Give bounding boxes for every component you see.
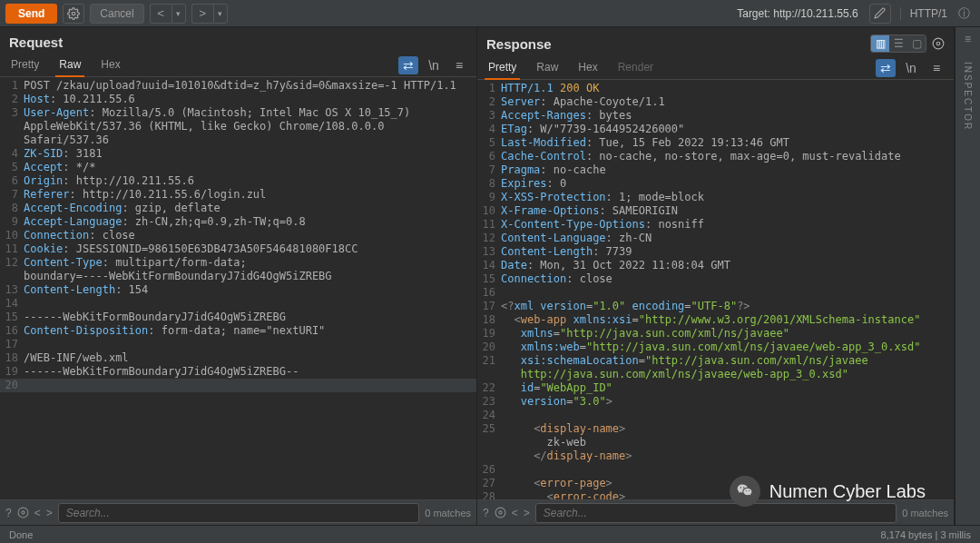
cancel-button[interactable]: Cancel bbox=[90, 4, 143, 24]
action-convert-icon[interactable]: ⇄ bbox=[876, 59, 896, 77]
code-line[interactable]: 15Connection: close bbox=[477, 272, 954, 286]
search-next-icon[interactable]: > bbox=[524, 507, 530, 519]
settings-icon[interactable] bbox=[17, 507, 29, 518]
code-line[interactable]: 2Host: 10.211.55.6 bbox=[0, 93, 476, 106]
code-line[interactable]: 26 bbox=[477, 463, 954, 477]
code-line[interactable]: 13Content-Length: 7739 bbox=[477, 245, 954, 259]
code-line[interactable]: 13Content-Length: 154 bbox=[0, 283, 476, 297]
code-line[interactable]: 17 bbox=[0, 338, 476, 351]
code-line[interactable]: </display-name> bbox=[477, 449, 954, 463]
code-line[interactable]: 22 id="WebApp_ID" bbox=[477, 381, 954, 395]
code-line[interactable]: boundary=----WebKitFormBoundaryJ7idG4OgW… bbox=[0, 270, 476, 283]
code-line[interactable]: 18 <web-app xmlns:xsi="http://www.w3.org… bbox=[477, 313, 954, 327]
wrap-lines-icon[interactable]: \n bbox=[901, 59, 921, 77]
code-line[interactable]: 25 <display-name> bbox=[477, 422, 954, 436]
code-line[interactable]: 16 bbox=[477, 286, 954, 300]
tab-render[interactable]: Render bbox=[614, 57, 657, 78]
code-line[interactable]: 23 version="3.0"> bbox=[477, 395, 954, 409]
code-line[interactable]: zk-web bbox=[477, 436, 954, 449]
panel-settings-icon[interactable] bbox=[932, 37, 945, 50]
tab-raw[interactable]: Raw bbox=[55, 54, 84, 77]
layout-single-icon[interactable]: ▢ bbox=[907, 35, 926, 52]
action-convert-icon[interactable]: ⇄ bbox=[398, 56, 418, 74]
code-line[interactable]: 5Last-Modified: Tue, 15 Feb 2022 19:13:4… bbox=[477, 136, 954, 150]
back-button[interactable]: < bbox=[150, 4, 172, 24]
code-line[interactable]: 9X-XSS-Protection: 1; mode=block bbox=[477, 191, 954, 204]
code-line[interactable]: 5Accept: */* bbox=[0, 161, 476, 174]
search-prev-icon[interactable]: < bbox=[512, 507, 518, 519]
menu-icon[interactable]: ≡ bbox=[449, 56, 469, 74]
code-line[interactable]: 6Cache-Control: no-cache, no-store, max-… bbox=[477, 150, 954, 163]
settings-gear-icon[interactable] bbox=[63, 4, 84, 24]
code-line[interactable]: 10Connection: close bbox=[0, 229, 476, 242]
menu-icon[interactable]: ≡ bbox=[926, 59, 946, 77]
code-line[interactable]: 3User-Agent: Mozilla/5.0 (Macintosh; Int… bbox=[0, 106, 476, 120]
request-panel: Request Pretty Raw Hex ⇄ \n ≡ 1POST /zka… bbox=[0, 27, 477, 525]
code-line[interactable]: 16Content-Disposition: form-data; name="… bbox=[0, 324, 476, 338]
code-line[interactable]: 2Server: Apache-Coyote/1.1 bbox=[477, 95, 954, 109]
search-next-icon[interactable]: > bbox=[46, 507, 53, 519]
help-icon[interactable]: ? bbox=[5, 507, 12, 519]
code-line[interactable]: 24 bbox=[477, 409, 954, 422]
code-line[interactable]: 8Accept-Encoding: gzip, deflate bbox=[0, 202, 476, 215]
settings-icon[interactable] bbox=[495, 507, 506, 518]
code-line[interactable]: 21 xsi:schemaLocation="http://java.sun.c… bbox=[477, 354, 954, 368]
code-line[interactable]: 27 <error-page> bbox=[477, 477, 954, 490]
send-button[interactable]: Send bbox=[5, 4, 57, 24]
code-line[interactable]: 4ZK-SID: 3181 bbox=[0, 147, 476, 161]
code-line[interactable]: 20 bbox=[0, 379, 476, 392]
search-input[interactable] bbox=[535, 503, 897, 523]
code-line[interactable]: 14 bbox=[0, 297, 476, 311]
code-line[interactable]: 8Expires: 0 bbox=[477, 177, 954, 191]
warning-icon[interactable]: ⓘ bbox=[953, 4, 975, 24]
back-dropdown[interactable]: ▾ bbox=[172, 4, 186, 24]
search-prev-icon[interactable]: < bbox=[34, 507, 41, 519]
edit-target-icon[interactable] bbox=[869, 4, 891, 24]
search-input[interactable] bbox=[58, 503, 420, 523]
code-line[interactable]: 20 xmlns:web="http://java.sun.com/xml/ns… bbox=[477, 341, 954, 354]
code-line[interactable]: 11X-Content-Type-Options: nosniff bbox=[477, 218, 954, 232]
svg-point-6 bbox=[495, 508, 505, 518]
tab-pretty[interactable]: Pretty bbox=[485, 57, 520, 80]
code-line[interactable]: 7Referer: http://10.211.55.6/login.zul bbox=[0, 188, 476, 202]
target-label: Target: http://10.211.55.6 bbox=[737, 7, 858, 20]
forward-dropdown[interactable]: ▾ bbox=[213, 4, 228, 24]
code-line[interactable]: 12Content-Type: multipart/form-data; bbox=[0, 256, 476, 270]
code-line[interactable]: 11Cookie: JSESSIONID=986150E63DB473A50F5… bbox=[0, 242, 476, 256]
code-line[interactable]: 14Date: Mon, 31 Oct 2022 11:08:04 GMT bbox=[477, 259, 954, 272]
help-icon[interactable]: ? bbox=[483, 507, 489, 519]
inspector-label[interactable]: INSPECTOR bbox=[963, 62, 973, 131]
response-footer: ? < > 0 matches bbox=[477, 499, 954, 525]
sidebar-toggle-icon[interactable]: ≡ bbox=[965, 33, 971, 45]
tab-hex[interactable]: Hex bbox=[574, 57, 601, 78]
code-line[interactable]: 3Accept-Ranges: bytes bbox=[477, 109, 954, 123]
code-line[interactable]: 1HTTP/1.1 200 OK bbox=[477, 82, 954, 95]
code-line[interactable]: 28 <error-code> bbox=[477, 490, 954, 499]
tab-pretty[interactable]: Pretty bbox=[7, 54, 43, 75]
wrap-lines-icon[interactable]: \n bbox=[424, 56, 444, 74]
code-line[interactable]: 12Content-Language: zh-CN bbox=[477, 232, 954, 245]
code-line[interactable]: Safari/537.36 bbox=[0, 133, 476, 147]
code-line[interactable]: 6Origin: http://10.211.55.6 bbox=[0, 174, 476, 188]
request-editor[interactable]: 1POST /zkau/upload?uuid=101010&dtid=z_h7… bbox=[0, 77, 476, 499]
code-line[interactable]: 1POST /zkau/upload?uuid=101010&dtid=z_h7… bbox=[0, 79, 476, 93]
forward-button[interactable]: > bbox=[191, 4, 213, 24]
code-line[interactable]: 17<?xml version="1.0" encoding="UTF-8"?> bbox=[477, 300, 954, 313]
code-line[interactable]: 19------WebKitFormBoundaryJ7idG4OgW5iZRE… bbox=[0, 365, 476, 379]
http-version[interactable]: HTTP/1 bbox=[900, 7, 947, 20]
layout-rows-icon[interactable]: ☰ bbox=[889, 35, 907, 52]
code-line[interactable]: 10X-Frame-Options: SAMEORIGIN bbox=[477, 204, 954, 218]
code-line[interactable]: 4ETag: W/"7739-1644952426000" bbox=[477, 123, 954, 136]
tab-raw[interactable]: Raw bbox=[533, 57, 562, 78]
response-viewer[interactable]: 1HTTP/1.1 200 OK2Server: Apache-Coyote/1… bbox=[477, 80, 954, 499]
code-line[interactable]: 7Pragma: no-cache bbox=[477, 163, 954, 177]
code-line[interactable]: AppleWebKit/537.36 (KHTML, like Gecko) C… bbox=[0, 120, 476, 133]
code-line[interactable]: 19 xmlns="http://java.sun.com/xml/ns/jav… bbox=[477, 327, 954, 341]
code-line[interactable]: 9Accept-Language: zh-CN,zh;q=0.9,zh-TW;q… bbox=[0, 215, 476, 229]
layout-columns-icon[interactable]: ▥ bbox=[871, 35, 889, 52]
code-line[interactable]: 18/WEB-INF/web.xml bbox=[0, 351, 476, 365]
layout-toggle[interactable]: ▥ ☰ ▢ bbox=[870, 35, 926, 53]
code-line[interactable]: 15------WebKitFormBoundaryJ7idG4OgW5iZRE… bbox=[0, 311, 476, 324]
code-line[interactable]: http://java.sun.com/xml/ns/javaee/web-ap… bbox=[477, 368, 954, 381]
tab-hex[interactable]: Hex bbox=[97, 54, 123, 75]
